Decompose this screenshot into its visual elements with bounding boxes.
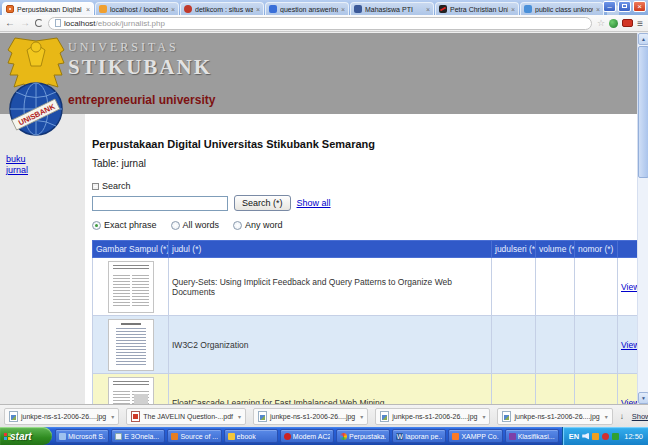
tab-close-icon[interactable]: × [341,6,345,13]
table-row: Query-Sets: Using Implicit Feedback and … [93,258,638,316]
tab-public-class[interactable]: public class unknow × [520,2,604,15]
volume-cell [536,258,575,316]
extension-green-icon[interactable] [609,19,618,28]
radio-exact-phrase[interactable]: Exact phrase [92,220,157,230]
forward-icon[interactable]: → [20,18,30,28]
restore-button[interactable] [618,1,631,12]
download-arrow-icon: ↓ [620,412,624,421]
journal-table: Gambar Sampul (*) judul (*) judulseri (*… [92,240,637,404]
download-item[interactable]: junkpe-ns-s1-2006-26....jpg ▾ [253,408,368,425]
university-tagline: entrepreneurial university [68,93,215,107]
taskbar-item-group[interactable]: E 3Onela... [111,429,165,443]
document-thumbnail [108,261,154,313]
table-header-row: Gambar Sampul (*) judul (*) judulseri (*… [93,241,638,258]
taskbar-item-klasifikasi[interactable]: Klasifikasi... [505,429,559,443]
download-item[interactable]: junkpe-ns-s1-2006-26....jpg ▾ [4,408,119,425]
dropdown-caret-icon[interactable]: ▾ [482,413,485,420]
radio-any-word[interactable]: Any word [233,220,283,230]
view-link[interactable]: View [621,340,637,350]
dropdown-caret-icon[interactable]: ▾ [238,413,241,420]
address-bar[interactable]: localhost/ebook/jurnalist.php [48,17,592,30]
tab-close-icon[interactable]: × [171,6,175,13]
dropdown-caret-icon[interactable]: ▾ [605,413,608,420]
taskbar-item-perpustakaan[interactable]: Perpustaka... [336,429,390,443]
xampp-icon [452,433,459,440]
taskbar-item-laporan[interactable]: Wlaporan pe... [392,429,446,443]
header-nomor[interactable]: nomor (*) [575,241,618,258]
radio-icon[interactable] [233,221,242,230]
tray-icon-green[interactable] [612,433,619,440]
tab-mahasiswa-pti[interactable]: Mahasiswa PTI × [350,2,434,15]
scroll-up-icon[interactable]: ▲ [638,33,648,45]
bookmark-star-icon[interactable]: ☆ [597,18,605,28]
tab-question-answering[interactable]: question answering × [265,2,349,15]
tray-icon-red[interactable] [602,433,609,440]
sidebar-link-jurnal[interactable]: jurnal [6,165,85,176]
download-item[interactable]: The JAVELIN Question-...pdf ▾ [126,408,246,425]
taskbar-item-ebook-folder[interactable]: ebook [224,429,278,443]
show-all-downloads-link[interactable]: Show all downloads... [632,412,648,421]
collapse-toggle-icon[interactable] [92,183,99,190]
taskbar-item-modem[interactable]: Modem AC2... [280,429,334,443]
search-row: Search (*) Show all [92,195,637,211]
url-text[interactable]: localhost/ebook/jurnalist.php [64,19,165,28]
search-section-header: Search [92,181,637,191]
scroll-down-icon[interactable]: ▼ [638,392,648,404]
pdf-file-icon [131,411,140,422]
start-button[interactable]: start [0,427,52,445]
tab-petra-christian[interactable]: Petra Christian Univ × [435,2,519,15]
dropdown-caret-icon[interactable]: ▾ [360,413,363,420]
reload-icon[interactable] [35,19,43,27]
header-judul[interactable]: judul (*) [169,241,492,258]
header-judulseri[interactable]: judulseri (*) [492,241,536,258]
show-all-link[interactable]: Show all [297,198,331,208]
document-thumbnail [108,319,154,371]
downloads-bar: junkpe-ns-s1-2006-26....jpg ▾ The JAVELI… [0,404,648,427]
phpmyadmin-favicon [99,5,107,13]
tab-title: Perpustakaan Digital [17,6,83,13]
university-emblem: UNISBANK [5,36,67,140]
header-volume[interactable]: volume (*) [536,241,575,258]
speaker-icon[interactable] [582,433,589,440]
taskbar-item-microsoft[interactable]: Microsoft S... [55,429,109,443]
tab-perpustakaan-digital[interactable]: Perpustakaan Digital × [2,2,94,15]
windows-flag-icon [4,433,7,436]
radio-icon[interactable] [92,221,101,230]
search-button[interactable]: Search (*) [234,195,291,211]
browser-toolbar: ← → localhost/ebook/jurnalist.php ☆ ≡ [0,15,648,32]
dropdown-caret-icon[interactable]: ▾ [111,413,114,420]
tab-detikcom[interactable]: detikcom : situs war × [180,2,264,15]
search-input[interactable] [92,196,228,211]
extension-red-icon[interactable] [622,19,633,27]
browser-window: Perpustakaan Digital × localhost / local… [0,0,648,445]
tab-close-icon[interactable]: × [511,6,515,13]
back-icon[interactable]: ← [5,18,15,28]
radio-icon[interactable] [171,221,180,230]
scrollbar-thumb[interactable] [638,46,648,178]
sidebar-link-buku[interactable]: buku [6,154,85,165]
nomor-cell [575,316,618,374]
doc-favicon [269,5,277,13]
tab-close-icon[interactable]: × [256,6,260,13]
minimize-button[interactable]: – [603,1,616,12]
taskbar-item-source[interactable]: Source of ... [167,429,221,443]
tray-icon-orange[interactable] [592,433,599,440]
judul-cell: Query-Sets: Using Implicit Feedback and … [169,258,492,316]
header-gambar-sampul[interactable]: Gambar Sampul (*) [93,241,169,258]
radio-all-words[interactable]: All words [171,220,220,230]
download-item[interactable]: junkpe-ns-s1-2006-26....jpg ▾ [375,408,490,425]
tab-localhost[interactable]: localhost / localhost × [95,2,179,15]
close-button[interactable]: × [633,1,646,12]
window-controls: – × [603,1,646,12]
tab-close-icon[interactable]: × [426,6,430,13]
page-body: buku jurnal Perpustakaan Digital Univers… [0,114,637,404]
language-indicator[interactable]: EN [569,432,579,441]
vertical-scrollbar[interactable]: ▲ ▼ [637,33,648,404]
download-item[interactable]: junkpe-ns-s1-2006-26....jpg ▾ [497,408,612,425]
university-name: UNIVERSITAS STIKUBANK [68,40,212,80]
menu-icon[interactable]: ≡ [637,18,643,29]
view-link[interactable]: View [621,282,637,292]
taskbar-item-xampp[interactable]: XAMPP Co... [448,429,502,443]
tab-close-icon[interactable]: × [596,6,600,13]
tab-close-icon[interactable]: × [86,6,90,13]
